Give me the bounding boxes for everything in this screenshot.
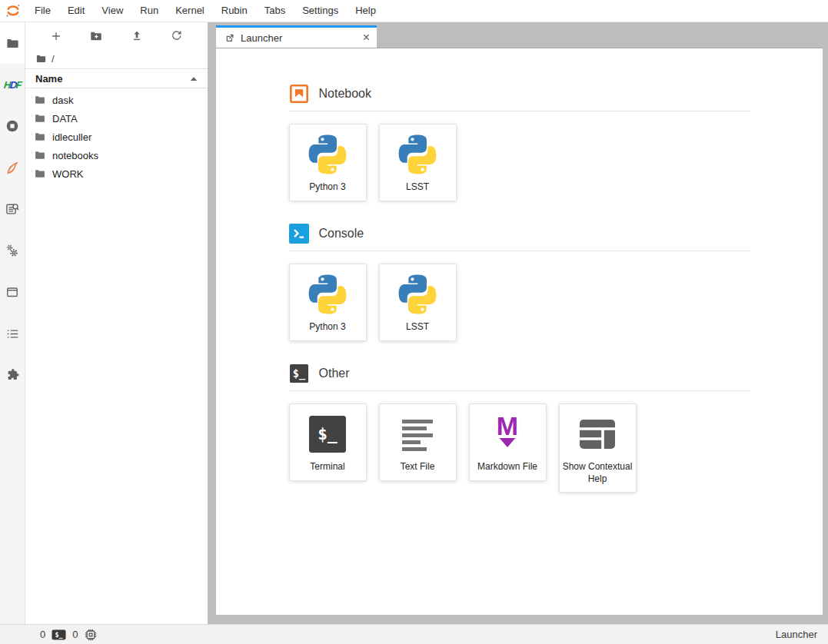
folder-row-data[interactable]: DATA — [25, 109, 208, 128]
launcher-section-notebook: Notebook Python 3 — [289, 84, 750, 201]
svg-text:M: M — [497, 414, 518, 440]
launcher-icon — [224, 32, 235, 44]
launcher-section-other: $_ Other — [289, 363, 750, 493]
activity-tab-open-tabs[interactable] — [0, 271, 25, 313]
gears-icon — [5, 243, 20, 258]
puzzle-icon — [5, 367, 20, 383]
svg-text:$_: $_ — [55, 631, 64, 639]
terminal-icon: $_ — [308, 414, 347, 454]
activity-tab-hdf-viewer[interactable]: HDF — [0, 64, 25, 105]
upload-icon — [130, 29, 144, 43]
launcher-card-terminal[interactable]: $_ Terminal — [289, 403, 367, 481]
card-label: Python 3 — [309, 321, 345, 334]
markdown-icon: M — [487, 414, 527, 454]
menu-item-rubin[interactable]: Rubin — [213, 0, 256, 22]
sort-caret-up-icon — [190, 76, 198, 81]
section-header: $_ Other — [289, 363, 750, 383]
section-divider — [289, 111, 750, 111]
folder-row-dask[interactable]: dask — [25, 91, 208, 109]
folder-row-notebooks[interactable]: notebooks — [25, 146, 208, 164]
section-divider — [289, 251, 750, 251]
launcher-card-markdown-file[interactable]: M Markdown File — [469, 403, 547, 481]
feather-icon — [5, 160, 21, 176]
folder-name: DATA — [52, 113, 78, 124]
folder-icon — [34, 168, 46, 180]
contextual-help-icon — [577, 414, 617, 454]
menu-item-help[interactable]: Help — [347, 0, 384, 22]
menu-item-settings[interactable]: Settings — [294, 0, 347, 22]
menu-item-tabs[interactable]: Tabs — [256, 0, 294, 22]
folder-row-work[interactable]: WORK — [25, 164, 208, 183]
launcher-panel: Notebook Python 3 — [216, 48, 823, 615]
terminal-status-icon: $_ — [52, 629, 66, 640]
refresh-button[interactable] — [165, 26, 188, 46]
folder-icon — [34, 94, 46, 106]
python-logo-icon — [308, 134, 347, 174]
home-folder-icon[interactable] — [35, 53, 47, 65]
menu-item-file[interactable]: File — [26, 0, 59, 22]
activity-tab-extension-manager[interactable] — [0, 354, 25, 396]
card-label: LSST — [406, 181, 429, 194]
launcher-card-console-python3[interactable]: Python 3 — [289, 264, 367, 341]
launcher-card-notebook-python3[interactable]: Python 3 — [289, 124, 367, 201]
breadcrumb[interactable]: / — [25, 49, 208, 68]
kernels-count: 0 — [72, 629, 78, 640]
jupyter-logo-icon — [5, 2, 22, 19]
folder-icon — [34, 149, 46, 161]
activity-tab-system-resources[interactable] — [0, 230, 25, 271]
tab-label: Launcher — [241, 32, 357, 44]
python-logo-icon — [308, 274, 347, 314]
close-icon[interactable]: × — [363, 32, 370, 44]
section-divider — [289, 390, 750, 391]
refresh-icon — [170, 29, 183, 42]
menu-item-run[interactable]: Run — [131, 0, 167, 22]
activity-tab-running-sessions[interactable] — [0, 105, 25, 147]
breadcrumb-root[interactable]: / — [52, 53, 55, 65]
new-folder-icon — [89, 29, 103, 43]
app-logo — [0, 2, 26, 19]
file-list: dask DATA idleculler notebooks WORK — [25, 88, 208, 624]
plus-icon — [49, 29, 63, 43]
sessions-status-item[interactable]: 0 $_ 0 — [40, 628, 98, 642]
folder-name: dask — [52, 95, 73, 106]
activity-tab-dask[interactable] — [0, 147, 25, 188]
svg-text:$_: $_ — [292, 367, 305, 380]
card-label: Show Contextual Help — [563, 461, 633, 485]
terminal-prompt-icon: $_ — [289, 363, 309, 383]
card-label: LSST — [406, 321, 429, 334]
activity-tab-file-browser[interactable] — [0, 22, 25, 64]
launcher-card-console-lsst[interactable]: LSST — [379, 264, 457, 341]
dock-panel: Launcher × Notebook — [208, 22, 828, 624]
window-icon — [5, 284, 20, 300]
section-header: Notebook — [289, 84, 750, 104]
card-label: Python 3 — [309, 181, 345, 194]
section-title: Notebook — [319, 87, 372, 101]
card-label: Markdown File — [477, 461, 537, 473]
launcher-card-show-contextual-help[interactable]: Show Contextual Help — [559, 403, 637, 493]
menu-item-kernel[interactable]: Kernel — [167, 0, 213, 22]
activity-tab-table-of-contents[interactable] — [0, 313, 25, 354]
launcher-card-notebook-lsst[interactable]: LSST — [379, 124, 457, 201]
active-activity-label: Launcher — [776, 629, 817, 640]
file-browser-panel: / Name dask DATA idleculler — [25, 22, 208, 624]
section-title: Other — [319, 367, 350, 380]
launcher-card-text-file[interactable]: Text File — [379, 403, 457, 481]
stop-circle-icon — [5, 118, 20, 134]
menu-item-view[interactable]: View — [93, 0, 131, 22]
new-folder-button[interactable] — [85, 26, 108, 46]
status-bar: 0 $_ 0 Launcher — [0, 624, 828, 644]
activity-bar: HDF — [0, 22, 25, 624]
new-launcher-button[interactable] — [45, 26, 68, 46]
folder-name: idleculler — [52, 131, 91, 143]
python-logo-icon — [397, 134, 437, 174]
svg-text:$_: $_ — [318, 425, 338, 443]
upload-button[interactable] — [125, 26, 148, 46]
python-logo-icon — [397, 274, 437, 314]
activity-tab-inspector[interactable] — [0, 188, 25, 230]
file-list-header[interactable]: Name — [25, 68, 208, 88]
file-browser-toolbar — [25, 22, 208, 49]
menu-item-edit[interactable]: Edit — [59, 0, 93, 22]
tab-launcher[interactable]: Launcher × — [216, 25, 377, 48]
folder-row-idleculler[interactable]: idleculler — [25, 128, 208, 146]
section-title: Console — [319, 227, 364, 241]
